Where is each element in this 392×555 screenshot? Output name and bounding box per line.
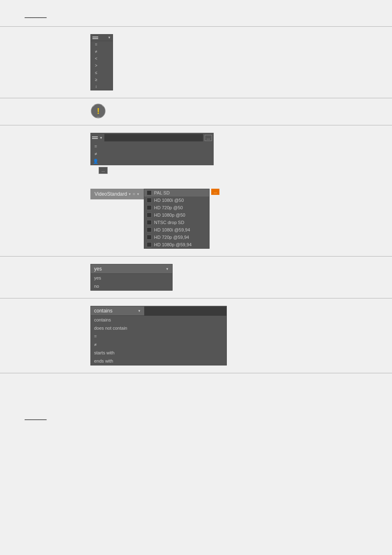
less-equal-icon: ≤ [93, 70, 99, 75]
filter-input[interactable] [104, 134, 203, 141]
small-btn-wrap: ... [90, 165, 214, 174]
comparison-dropdown: ▼ = ≠ < > ≤ ≥ [90, 34, 113, 90]
yesno-item-yes[interactable]: yes [91, 274, 172, 282]
menu-item-less-equal[interactable]: ≤ [91, 69, 113, 76]
contains-input-row: contains ▼ [91, 306, 226, 316]
yesno-area: yes ▼ yes no [90, 264, 173, 291]
video-option-label-hd720p5994: HD 720p @59,94 [154, 235, 189, 240]
menu-item-greater-equal[interactable]: ≥ [91, 76, 113, 83]
yesno-arrow-icon: ▼ [166, 267, 169, 271]
video-options-list: PAL SD HD 1080i @50 HD 720p @50 HD 1080p… [144, 189, 210, 249]
menu-item-greater-than[interactable]: > [91, 62, 113, 69]
contains-item-ends-with[interactable]: ends with [91, 357, 226, 365]
filter-lines-icon[interactable] [92, 136, 98, 139]
contains-item-equals[interactable]: = [91, 332, 226, 340]
video-icon-group: ▼ = ▼ [128, 192, 140, 197]
video-option-label-hd1080p5994: HD 1080p @59,94 [154, 242, 191, 247]
video-checkbox-ntsc-sd[interactable] [147, 220, 152, 225]
yesno-item-no[interactable]: no [91, 282, 172, 290]
contains-header[interactable]: contains ▼ [91, 306, 144, 316]
menu-arrow-icon: ▼ [108, 36, 111, 39]
warning-icon-wrapper: ! [90, 103, 106, 120]
section-3: ▼ ... = ≠ 👤 ... [0, 125, 392, 181]
contains-item-does-not-contain[interactable]: does not contain [91, 324, 226, 332]
section-4: VideoStandard ▼ = ▼ PAL SD HD 1080i @50 [0, 181, 392, 256]
contains-arrow-icon: ▼ [138, 309, 141, 313]
page-container: ________ ▼ = ≠ [0, 0, 392, 555]
svg-text:!: ! [97, 106, 100, 116]
contains-text-input[interactable] [144, 307, 226, 316]
greater-equal-icon: ≥ [93, 77, 99, 82]
video-checkbox-hd1080p5994[interactable] [147, 242, 152, 247]
video-checkbox-hd1080i5994[interactable] [147, 227, 152, 232]
menu-lines-icon [92, 37, 98, 39]
sub-equals-icon: = [93, 144, 99, 149]
video-checkbox-hd1080p50[interactable] [147, 213, 152, 217]
video-option-label-hd1080i5994: HD 1080i @59,94 [154, 227, 190, 232]
filter-more-button[interactable]: ... [205, 135, 212, 141]
video-checkbox-hd720p5994[interactable] [147, 235, 152, 240]
contains-item-starts-with[interactable]: starts with [91, 349, 226, 357]
bottom-spacing [0, 373, 392, 406]
video-option-hd1080i50[interactable]: HD 1080i @50 [144, 197, 209, 204]
video-tri-icon: ▼ [128, 192, 131, 196]
small-more-button[interactable]: ... [99, 167, 108, 174]
filter-bar: ▼ ... [90, 133, 214, 143]
comparison-menu: ▼ = ≠ < > ≤ ≥ [90, 34, 113, 90]
video-option-label-pal-sd: PAL SD [154, 190, 170, 195]
section-5: yes ▼ yes no [0, 257, 392, 298]
video-option-hd1080p50[interactable]: HD 1080p @50 [144, 211, 209, 219]
video-option-ntsc-sd[interactable]: NTSC drop SD [144, 219, 209, 226]
video-tri2-icon: ▼ [136, 192, 140, 196]
filter-sub-equals[interactable]: = [90, 143, 214, 150]
video-checkbox-hd1080i50[interactable] [147, 198, 152, 203]
menu-item-equals[interactable]: = [91, 41, 113, 48]
video-option-pal-sd[interactable]: PAL SD [144, 189, 209, 197]
top-link[interactable]: ________ [25, 12, 46, 18]
svg-rect-4 [97, 117, 100, 118]
warning-icon: ! [90, 103, 106, 119]
yesno-header[interactable]: yes ▼ [91, 264, 172, 274]
video-option-label-hd1080i50: HD 1080i @50 [154, 198, 184, 203]
menu-item-less-than[interactable]: < [91, 55, 113, 62]
equals-icon: = [93, 42, 99, 47]
menu-item-between[interactable]: ↕ [91, 83, 113, 90]
video-more-button[interactable]: ... [211, 189, 219, 195]
between-icon: ↕ [93, 84, 99, 89]
video-option-label-hd720p50: HD 720p @50 [154, 205, 183, 210]
section-6: contains ▼ contains does not contain = ≠… [0, 298, 392, 373]
filter-sub-person[interactable]: 👤 [90, 157, 214, 165]
video-option-hd720p50[interactable]: HD 720p @50 [144, 204, 209, 211]
section-2: ! [0, 98, 392, 125]
video-option-hd1080p5994[interactable]: HD 1080p @59,94 [144, 241, 209, 248]
top-link-area: ________ [0, 8, 392, 26]
comparison-menu-header[interactable]: ▼ [91, 35, 113, 41]
greater-than-icon: > [93, 63, 99, 68]
filter-sub-items: = ≠ 👤 [90, 143, 214, 165]
video-standard-text: VideoStandard [95, 191, 127, 197]
sub-person-icon: 👤 [93, 159, 99, 164]
contains-item-not-equals[interactable]: ≠ [91, 340, 226, 349]
yesno-dropdown: yes ▼ yes no [90, 264, 173, 291]
video-eq-icon: = [133, 192, 135, 197]
bottom-link[interactable]: ________ [25, 414, 46, 420]
menu-item-not-equals[interactable]: ≠ [91, 48, 113, 55]
sub-not-equals-icon: ≠ [93, 151, 99, 156]
bottom-link-area: ________ [0, 406, 392, 424]
section-1: ▼ = ≠ < > ≤ ≥ [0, 27, 392, 98]
video-option-label-ntsc-sd: NTSC drop SD [154, 220, 184, 225]
contains-area: contains ▼ contains does not contain = ≠… [90, 306, 227, 365]
video-checkbox-hd720p50[interactable] [147, 205, 152, 210]
video-checkbox-pal-sd[interactable] [147, 190, 152, 195]
contains-dropdown: contains ▼ contains does not contain = ≠… [90, 306, 227, 365]
video-option-hd720p5994[interactable]: HD 720p @59,94 [144, 234, 209, 241]
contains-selected-value: contains [94, 308, 113, 314]
filter-arrow-icon[interactable]: ▼ [99, 136, 103, 140]
less-than-icon: < [93, 56, 99, 61]
contains-item-contains[interactable]: contains [91, 316, 226, 324]
filter-sub-not-equals[interactable]: ≠ [90, 150, 214, 157]
not-equals-icon: ≠ [93, 49, 99, 54]
video-option-hd1080i5994[interactable]: HD 1080i @59,94 [144, 226, 209, 234]
video-option-label-hd1080p50: HD 1080p @50 [154, 213, 185, 217]
video-standard-area: VideoStandard ▼ = ▼ PAL SD HD 1080i @50 [90, 189, 219, 249]
